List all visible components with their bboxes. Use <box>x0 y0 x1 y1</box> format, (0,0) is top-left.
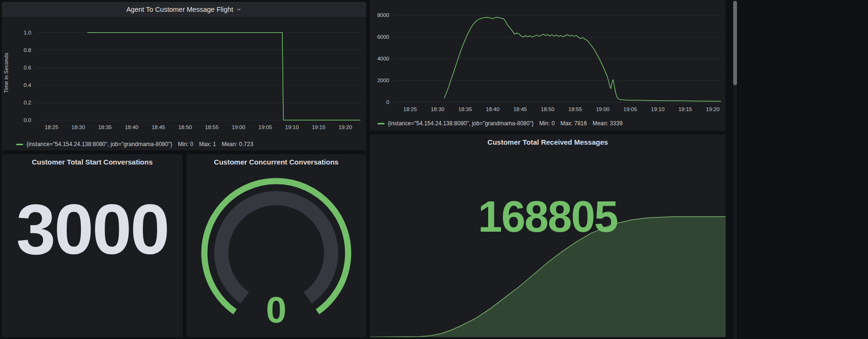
svg-text:19:05: 19:05 <box>623 106 637 112</box>
legend-swatch <box>377 123 385 124</box>
svg-text:19:00: 19:00 <box>232 124 245 130</box>
svg-text:19:05: 19:05 <box>258 124 272 130</box>
panel-message-rate: 0200040006000800018:2518:3018:3518:4018:… <box>370 0 726 131</box>
vertical-scrollbar-track[interactable] <box>733 0 737 339</box>
svg-text:0.0: 0.0 <box>24 117 31 123</box>
panel-agent-flight: Agent To Customer Message Flight 0.00.20… <box>2 2 366 150</box>
svg-text:18:40: 18:40 <box>486 106 500 112</box>
agent-flight-title: Agent To Customer Message Flight <box>126 6 233 13</box>
svg-text:18:35: 18:35 <box>458 106 472 112</box>
panel-start-conversations: Customer Total Start Conversations 3000 <box>2 154 183 337</box>
svg-text:0.4: 0.4 <box>24 82 32 88</box>
svg-text:19:00: 19:00 <box>596 106 610 112</box>
svg-text:8000: 8000 <box>377 12 389 18</box>
message-rate-legend: {instance="54.154.24.138:8080", job="gra… <box>377 120 726 127</box>
svg-text:2000: 2000 <box>377 78 389 83</box>
panel-concurrent-conversations: Customer Concurrent Conversations 0 <box>186 154 366 337</box>
svg-text:1.0: 1.0 <box>24 30 31 35</box>
svg-text:19:10: 19:10 <box>651 106 665 112</box>
vertical-scrollbar-thumb[interactable] <box>733 1 737 85</box>
svg-text:Time in Seconds: Time in Seconds <box>3 52 9 93</box>
start-conversations-title[interactable]: Customer Total Start Conversations <box>2 158 183 166</box>
svg-text:6000: 6000 <box>377 34 389 40</box>
svg-text:0: 0 <box>386 99 389 105</box>
gauge-band <box>221 198 331 298</box>
svg-text:18:40: 18:40 <box>125 124 139 130</box>
grafana-dashboard: Agent To Customer Message Flight 0.00.20… <box>0 0 868 339</box>
svg-text:18:55: 18:55 <box>205 124 219 130</box>
start-conversations-value: 3000 <box>2 194 183 265</box>
svg-text:18:45: 18:45 <box>513 106 527 112</box>
svg-text:18:50: 18:50 <box>541 106 554 112</box>
svg-text:19:20: 19:20 <box>706 106 719 112</box>
svg-text:19:15: 19:15 <box>312 124 325 130</box>
agent-flight-chart[interactable]: 0.00.20.40.60.81.018:2518:3018:3518:4018… <box>2 17 366 139</box>
agent-flight-legend: {instance="54.154.24.138:8080", job="gra… <box>16 141 366 148</box>
svg-text:18:25: 18:25 <box>45 124 59 130</box>
svg-text:18:25: 18:25 <box>403 106 417 112</box>
legend-max: Max: 1 <box>199 141 216 148</box>
legend-series-label[interactable]: {instance="54.154.24.138:8080", job="gra… <box>26 141 172 148</box>
agent-flight-header[interactable]: Agent To Customer Message Flight <box>2 2 366 17</box>
svg-text:19:20: 19:20 <box>339 124 352 130</box>
svg-text:0.8: 0.8 <box>24 47 31 53</box>
svg-text:0.2: 0.2 <box>24 100 31 105</box>
legend-min: Min: 0 <box>539 120 555 127</box>
svg-text:18:55: 18:55 <box>569 106 582 112</box>
message-rate-chart[interactable]: 0200040006000800018:2518:3018:3518:4018:… <box>370 0 726 118</box>
svg-text:19:15: 19:15 <box>678 106 692 112</box>
gauge-chart: 0 <box>186 154 366 337</box>
chevron-down-icon <box>236 7 242 12</box>
legend-series-label[interactable]: {instance="54.154.24.138:8080", job="gra… <box>388 120 534 127</box>
panel-received-messages: Customer Total Received Messages 168805 <box>370 134 726 337</box>
received-messages-value: 168805 <box>370 195 726 238</box>
svg-text:18:35: 18:35 <box>98 124 112 130</box>
svg-text:18:45: 18:45 <box>151 124 165 130</box>
legend-swatch <box>16 144 23 145</box>
svg-text:18:30: 18:30 <box>71 124 85 130</box>
legend-mean: Mean: 0.723 <box>222 141 254 148</box>
svg-text:18:50: 18:50 <box>178 124 192 130</box>
svg-text:18:30: 18:30 <box>431 106 445 112</box>
gauge-value: 0 <box>266 289 286 330</box>
svg-text:0.6: 0.6 <box>24 65 31 70</box>
legend-mean: Mean: 3339 <box>593 120 623 127</box>
legend-max: Max: 7816 <box>561 120 587 127</box>
svg-text:19:10: 19:10 <box>285 124 299 130</box>
legend-min: Min: 0 <box>178 141 193 148</box>
svg-text:4000: 4000 <box>377 56 389 61</box>
